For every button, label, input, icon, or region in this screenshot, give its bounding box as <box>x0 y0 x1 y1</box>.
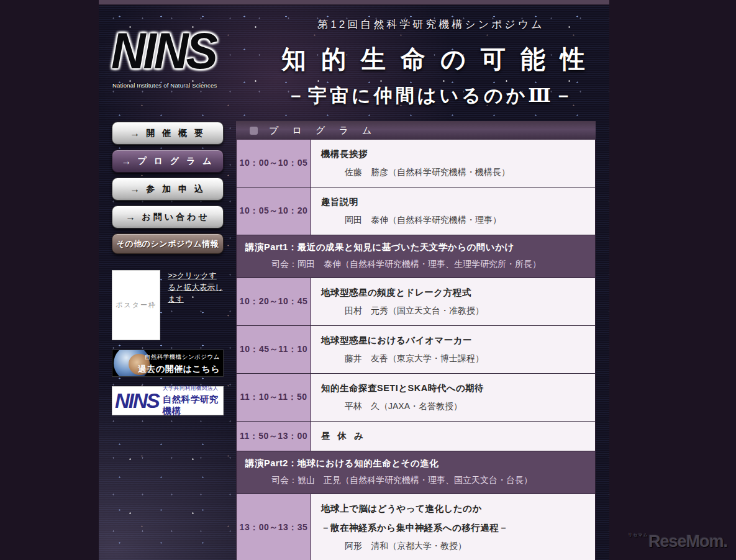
resemom-watermark: リセマムReseMom. <box>628 532 727 551</box>
session-content: 地球型惑星の頻度とドレーク方程式 田村 元秀（国立天文台・准教授） <box>311 278 595 325</box>
past-symposium-banner[interactable]: 自然科学機構シンポジウム 過去の開催はこちら <box>112 350 224 377</box>
past-banner-line2: 過去の開催はこちら <box>138 364 220 375</box>
section-title: 講演Part2：地球における知的生命とその進化 <box>245 458 586 469</box>
sidebar-nav-button-2[interactable]: → 参 加 申 込 <box>112 178 224 201</box>
session-time: 10：20～10：45 <box>237 278 311 325</box>
sidebar-nav: → 開 催 概 要 → プ ロ グ ラ ム → 参 加 申 込 → お問い合わせ <box>112 122 224 228</box>
past-banner-line1: 自然科学機構シンポジウム <box>138 353 220 361</box>
program-header: プ ロ グ ラ ム <box>236 121 596 140</box>
program-session-row: 13：00～13：35 地球上で脳はどうやって進化したのか －散在神経系から集中… <box>237 494 595 560</box>
session-title-line2: －散在神経系から集中神経系への移行過程－ <box>321 522 584 534</box>
nins-banner-line2: 自然科学研究機構 <box>163 394 220 417</box>
session-title: 地球型惑星の頻度とドレーク方程式 <box>321 287 584 299</box>
session-content: 昼 休 み <box>311 422 595 451</box>
session-content: 機構長挨拶 佐藤 勝彦（自然科学研究機構・機構長） <box>311 140 595 187</box>
page-title: 知的生命の可能性 <box>266 42 596 76</box>
session-speaker: 岡田 泰伸（自然科学研究機構・理事） <box>321 215 584 226</box>
program-session-row: 10：20～10：45 地球型惑星の頻度とドレーク方程式 田村 元秀（国立天文台… <box>237 278 595 325</box>
session-title: 昼 休 み <box>321 430 366 442</box>
session-content: 地球型惑星におけるバイオマーカー 藤井 友香（東京大学・博士課程） <box>311 326 595 373</box>
sidebar-item-other-symposium-info[interactable]: その他のシンポジウム情報 <box>112 233 224 254</box>
nins-banner-line1: 大学共同利用機関法人 <box>163 385 220 392</box>
session-content: 趣旨説明 岡田 泰伸（自然科学研究機構・理事） <box>311 187 595 235</box>
poster-placeholder-label: ポスター枠 <box>116 300 157 310</box>
arrow-right-icon: → <box>130 184 140 195</box>
program-section-band: 講演Part1：最近の成果と知見に基づいた天文学からの問いかけ 司会：岡田 泰伸… <box>237 235 595 278</box>
poster-thumbnail[interactable]: ポスター枠 <box>112 270 160 340</box>
session-content: 知的生命探査SETIとSKA時代への期待 平林 久（JAXA・名誉教授） <box>311 374 595 421</box>
sidebar-nav-button-1[interactable]: → プ ロ グ ラ ム <box>112 150 224 173</box>
past-banner-text: 自然科学機構シンポジウム 過去の開催はこちら <box>138 353 220 375</box>
sidebar-nav-button-3[interactable]: → お問い合わせ <box>112 205 224 228</box>
nins-banner-logo: NINS <box>115 389 159 413</box>
nins-logo-tagline: National Institutes of Natural Sciences <box>112 82 217 89</box>
session-time: 10：45～11：10 <box>237 326 311 373</box>
nins-banner-text: 大学共同利用機関法人 自然科学研究機構 <box>163 385 220 417</box>
top-accent-bar <box>99 0 609 5</box>
session-title: 知的生命探査SETIとSKA時代への期待 <box>321 382 584 394</box>
program-header-label: プ ロ グ ラ ム <box>269 125 377 137</box>
poster-area: ポスター枠 >>クリックすると拡大表示します <box>112 270 224 340</box>
session-title: 地球型惑星におけるバイオマーカー <box>321 335 584 346</box>
section-chair: 司会：観山 正見（自然科学研究機構・理事、国立天文台・台長） <box>245 475 586 486</box>
resemom-watermark-text: ReseMom. <box>648 532 727 551</box>
program-section-band: 講演Part2：地球における知的生命とその進化 司会：観山 正見（自然科学研究機… <box>237 451 595 494</box>
sidebar-nav-label: お問い合わせ <box>142 212 209 223</box>
program-session-row: 11：50～13：00 昼 休 み <box>237 421 595 451</box>
resemom-watermark-kana: リセマム <box>628 533 648 537</box>
header-titles: 第12回自然科学研究機構シンポジウム 知的生命の可能性 －宇宙に仲間はいるのかⅢ… <box>266 17 596 109</box>
square-bullet-icon <box>250 127 258 135</box>
session-time: 10：05～10：20 <box>237 187 311 235</box>
section-chair: 司会：岡田 泰伸（自然科学研究機構・理事、生理学研究所・所長） <box>245 259 586 270</box>
session-speaker: 藤井 友香（東京大学・博士課程） <box>321 353 584 364</box>
site-container: NINS National Institutes of Natural Scie… <box>99 0 609 560</box>
program-table: プ ロ グ ラ ム 10：00～10：05 機構長挨拶 佐藤 勝彦（自然科学研究… <box>236 122 596 560</box>
session-title: 地球上で脳はどうやって進化したのか <box>321 503 584 515</box>
session-content: 地球上で脳はどうやって進化したのか －散在神経系から集中神経系への移行過程－ 阿… <box>311 494 595 560</box>
program-session-row: 11：10～11：50 知的生命探査SETIとSKA時代への期待 平林 久（JA… <box>237 373 595 421</box>
session-time: 11：50～13：00 <box>237 422 311 451</box>
session-title: 趣旨説明 <box>321 196 584 208</box>
session-time: 10：00～10：05 <box>237 140 311 187</box>
session-speaker: 平林 久（JAXA・名誉教授） <box>321 401 584 412</box>
poster-enlarge-link[interactable]: >>クリックすると拡大表示します <box>168 270 224 340</box>
program-session-row: 10：05～10：20 趣旨説明 岡田 泰伸（自然科学研究機構・理事） <box>237 187 595 235</box>
session-speaker: 阿形 清和（京都大学・教授） <box>321 541 584 552</box>
session-speaker: 佐藤 勝彦（自然科学研究機構・機構長） <box>321 167 584 178</box>
arrow-right-icon: → <box>130 128 140 139</box>
session-title: 機構長挨拶 <box>321 148 584 160</box>
program-session-row: 10：00～10：05 機構長挨拶 佐藤 勝彦（自然科学研究機構・機構長） <box>237 140 595 187</box>
arrow-right-icon: → <box>125 212 135 223</box>
nins-site-banner[interactable]: NINS 大学共同利用機関法人 自然科学研究機構 <box>112 386 224 415</box>
nins-logo-text: NINS <box>111 19 239 84</box>
nins-header-logo: NINS National Institutes of Natural Scie… <box>111 20 239 91</box>
section-title: 講演Part1：最近の成果と知見に基づいた天文学からの問いかけ <box>245 242 586 253</box>
program-rows: 10：00～10：05 機構長挨拶 佐藤 勝彦（自然科学研究機構・機構長） 10… <box>237 140 595 560</box>
session-time: 13：00～13：35 <box>237 494 311 560</box>
session-speaker: 田村 元秀（国立天文台・准教授） <box>321 305 584 317</box>
symposium-label: 第12回自然科学研究機構シンポジウム <box>266 17 596 32</box>
sidebar-nav-label: プ ロ グ ラ ム <box>137 156 214 167</box>
sidebar-nav-label: 参 加 申 込 <box>146 184 206 195</box>
program-session-row: 10：45～11：10 地球型惑星におけるバイオマーカー 藤井 友香（東京大学・… <box>237 325 595 373</box>
sidebar-nav-label: 開 催 概 要 <box>146 128 206 139</box>
arrow-right-icon: → <box>121 156 131 167</box>
sidebar-nav-button-0[interactable]: → 開 催 概 要 <box>112 122 224 145</box>
page-subtitle: －宇宙に仲間はいるのかⅢ－ <box>266 83 596 109</box>
session-time: 11：10～11：50 <box>237 374 311 421</box>
sidebar: → 開 催 概 要 → プ ロ グ ラ ム → 参 加 申 込 → お問い合わせ… <box>112 122 224 415</box>
